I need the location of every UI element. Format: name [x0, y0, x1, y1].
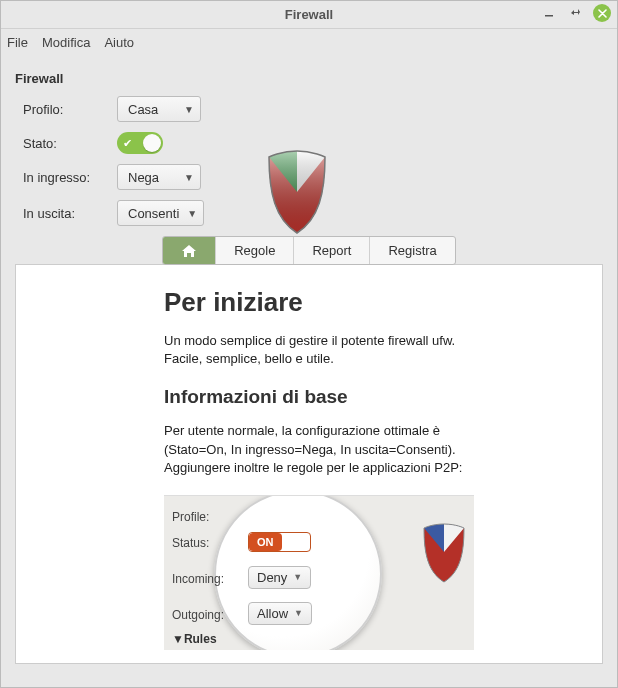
label-state: Stato: [23, 136, 105, 151]
ex-incoming-value: Deny [257, 570, 287, 585]
toggle-state[interactable]: ✔ [117, 132, 163, 154]
tabstrip: Regole Report Registra [162, 236, 456, 265]
chevron-down-icon: ▼ [294, 608, 303, 618]
main-content: Firewall Profilo: Casa ▼ Stato: ✔ In ing… [1, 55, 617, 674]
titlebar: Firewall [1, 1, 617, 29]
ex-incoming-combo: Deny ▼ [248, 566, 311, 589]
doc-h2: Informazioni di base [164, 386, 568, 408]
label-profile: Profilo: [23, 102, 105, 117]
chevron-down-icon: ▼ [184, 104, 194, 115]
tab-home[interactable] [163, 237, 216, 264]
window-title: Firewall [1, 7, 617, 22]
combo-incoming-value: Nega [128, 170, 159, 185]
menu-edit[interactable]: Modifica [42, 35, 90, 50]
svg-rect-0 [545, 15, 553, 17]
menu-help[interactable]: Aiuto [104, 35, 134, 50]
chevron-down-icon: ▼ [184, 172, 194, 183]
maximize-button[interactable] [567, 5, 583, 21]
window-controls [541, 4, 611, 22]
doc-p2: Per utente normale, la configurazione ot… [164, 422, 494, 477]
combo-incoming[interactable]: Nega ▼ [117, 164, 201, 190]
section-heading: Firewall [15, 71, 607, 86]
combo-profile-value: Casa [128, 102, 158, 117]
shield-icon [261, 147, 333, 242]
ex-label-status: Status: [172, 536, 224, 550]
chevron-down-icon: ▼ [293, 572, 302, 582]
menu-file[interactable]: File [7, 35, 28, 50]
doc-panel: Per iniziare Un modo semplice di gestire… [15, 264, 603, 664]
ex-label-profile: Profile: [172, 510, 224, 524]
home-icon [181, 244, 197, 258]
row-profile: Profilo: Casa ▼ [23, 96, 607, 122]
ex-status-value: ON [249, 533, 282, 551]
toggle-knob [143, 134, 161, 152]
ex-status-badge: ON [248, 532, 311, 552]
ex-outgoing-value: Allow [257, 606, 288, 621]
check-icon: ✔ [123, 137, 132, 150]
tab-rules[interactable]: Regole [216, 237, 294, 264]
tab-report[interactable]: Report [294, 237, 370, 264]
minimize-button[interactable] [541, 5, 557, 21]
ex-outgoing-combo: Allow ▼ [248, 602, 312, 625]
combo-outgoing[interactable]: Consenti ▼ [117, 200, 204, 226]
doc-h1: Per iniziare [164, 287, 568, 318]
tabs: Regole Report Registra [11, 236, 607, 265]
ex-shield-icon [420, 522, 468, 589]
doc-example-image: Profile: Status: ON Incoming: Deny ▼ [164, 495, 474, 650]
ex-rules-heading: ▼Rules [172, 632, 217, 646]
combo-profile[interactable]: Casa ▼ [117, 96, 201, 122]
ex-label-outgoing: Outgoing: [172, 608, 224, 622]
label-outgoing: In uscita: [23, 206, 105, 221]
close-button[interactable] [593, 4, 611, 22]
label-incoming: In ingresso: [23, 170, 105, 185]
combo-outgoing-value: Consenti [128, 206, 179, 221]
ex-label-incoming: Incoming: [172, 572, 224, 586]
chevron-down-icon: ▼ [187, 208, 197, 219]
menubar: File Modifica Aiuto [1, 29, 617, 55]
tab-log[interactable]: Registra [370, 237, 454, 264]
doc-p1: Un modo semplice di gestire il potente f… [164, 332, 494, 368]
